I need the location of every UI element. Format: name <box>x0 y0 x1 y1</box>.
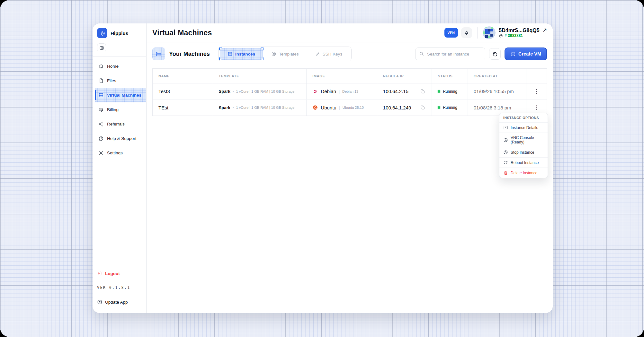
vm-image: Debian | Debian 13 <box>307 83 377 99</box>
sidebar-item-billing[interactable]: Billing <box>95 102 146 117</box>
menu-item-vnc-console[interactable]: VNC Console (Ready) <box>499 133 548 147</box>
pipe-separator: | <box>339 89 340 94</box>
sidebar-item-help-support[interactable]: Help & Support <box>95 131 146 146</box>
account-name: 5D4mrS...G8qQ5 <box>499 28 539 33</box>
ubuntu-logo-icon <box>312 105 318 110</box>
gear-icon <box>98 150 104 156</box>
image-name: Ubuntu <box>321 105 336 110</box>
row-menu-button[interactable]: ⋮ <box>531 87 542 95</box>
menu-item-label: Instance Details <box>511 125 538 130</box>
sidebar-item-virtual-machines[interactable]: Virtual Machines <box>95 88 146 102</box>
col-name: NAME <box>153 69 213 83</box>
dot-separator: • <box>233 90 234 93</box>
app-window: Hippius Home <box>93 23 553 313</box>
toolbar-actions: Create VM <box>415 48 547 60</box>
tab-label: SSH Keys <box>323 52 343 56</box>
sidebar: Hippius Home <box>93 23 147 313</box>
avatar[interactable] <box>483 26 496 39</box>
cube-icon <box>499 34 503 38</box>
tab-label: Instances <box>235 52 255 56</box>
status-label: Running <box>443 89 457 94</box>
menu-item-delete-instance[interactable]: Delete Instance <box>499 168 548 178</box>
template-name: Spark <box>219 89 230 94</box>
help-chat-icon <box>98 136 104 141</box>
file-icon <box>98 78 104 83</box>
sidebar-header: Hippius <box>93 23 146 56</box>
status-dot <box>438 90 440 93</box>
row-menu-button[interactable]: ⋮ <box>531 104 542 112</box>
image-version: Ubuntu 25.10 <box>343 106 364 109</box>
copy-icon <box>420 105 425 110</box>
version-label: VER 0.1.8.1 <box>93 281 146 294</box>
col-template: TEMPLATE <box>213 69 307 83</box>
plus-circle-icon <box>510 51 516 57</box>
collapse-sidebar-button[interactable] <box>97 43 106 52</box>
template-name: Spark <box>219 105 230 110</box>
sidebar-item-label: Referrals <box>107 122 125 126</box>
sidebar-item-label: Billing <box>107 107 119 112</box>
copy-ip-button[interactable] <box>420 105 425 110</box>
sidebar-item-home[interactable]: Home <box>95 59 146 73</box>
sidebar-footer: Logout VER 0.1.8.1 Update App <box>93 266 146 313</box>
sidebar-item-label: Files <box>107 78 116 83</box>
tab-group: Instances Templates SSH Keys <box>218 47 352 61</box>
vm-image: Ubuntu | Ubuntu 25.10 <box>307 99 377 116</box>
col-created-at: CREATED AT <box>468 69 527 83</box>
home-icon <box>98 64 104 69</box>
sidebar-item-referrals[interactable]: Referrals <box>95 117 146 131</box>
vm-status: Running <box>432 83 468 99</box>
tab-instances[interactable]: Instances <box>220 48 263 60</box>
selection-corner <box>219 57 222 60</box>
page-title: Virtual Machines <box>152 29 212 37</box>
menu-item-label: Delete Instance <box>511 171 537 175</box>
image-name: Debian <box>321 89 336 94</box>
vm-template: Spark • 1 vCore | 1 GB RAM | 10 GB Stora… <box>213 99 307 116</box>
logout-button[interactable]: Logout <box>93 266 146 281</box>
vpn-button[interactable]: VPN <box>444 28 458 38</box>
instance-options-menu: INSTANCE OPTIONS Instance Details VNC Co… <box>499 113 548 178</box>
copy-ip-button[interactable] <box>420 89 425 94</box>
sidebar-item-files[interactable]: Files <box>95 73 146 88</box>
image-version: Debian 13 <box>342 90 358 93</box>
external-link-icon[interactable]: ↗ <box>543 27 547 33</box>
update-app-button[interactable]: Update App <box>93 294 146 313</box>
share-icon <box>98 121 104 127</box>
hippius-logo-icon <box>97 28 107 38</box>
create-vm-label: Create VM <box>518 51 541 56</box>
vnc-console-icon <box>503 138 508 143</box>
menu-item-reboot-instance[interactable]: Reboot Instance <box>499 158 548 168</box>
menu-item-label: VNC Console (Ready) <box>511 135 544 144</box>
table-row[interactable]: TEst Spark • 1 vCore | 1 GB RAM | 10 GB … <box>153 99 547 116</box>
status-label: Running <box>443 105 457 110</box>
template-specs: 1 vCore | 1 GB RAM | 10 GB Storage <box>236 106 295 109</box>
tab-ssh-keys[interactable]: SSH Keys <box>307 48 350 60</box>
vm-name: TEst <box>153 99 213 116</box>
sidebar-item-settings[interactable]: Settings <box>95 146 146 160</box>
menu-item-stop-instance[interactable]: Stop Instance <box>499 147 548 158</box>
header-controls: VPN <box>444 26 547 39</box>
col-image: IMAGE <box>307 69 377 83</box>
create-vm-button[interactable]: Create VM <box>505 48 547 60</box>
col-status: STATUS <box>432 69 468 83</box>
vm-actions: ⋮ <box>526 83 547 99</box>
tab-templates[interactable]: Templates <box>264 48 307 60</box>
panel-collapse-icon <box>99 46 104 50</box>
ip-value: 100.64.2.15 <box>383 89 408 94</box>
sidebar-item-label: Home <box>107 64 119 69</box>
top-header: Virtual Machines VPN <box>147 23 553 42</box>
notifications-button[interactable] <box>461 27 472 38</box>
sidebar-item-label: Help & Support <box>107 136 137 141</box>
vm-created-at: 01/09/26 10:55 pm <box>468 83 527 99</box>
refresh-button[interactable] <box>489 48 501 60</box>
search-input[interactable] <box>415 48 485 60</box>
sidebar-nav: Home Files Virtual Machines <box>93 59 146 160</box>
brand: Hippius <box>97 28 142 38</box>
vm-template: Spark • 1 vCore | 1 GB RAM | 10 GB Stora… <box>213 83 307 99</box>
trash-icon <box>503 170 508 175</box>
menu-item-instance-details[interactable]: Instance Details <box>499 123 548 133</box>
copy-icon <box>420 89 425 94</box>
divider <box>477 27 478 39</box>
table-row[interactable]: Test3 Spark • 1 vCore | 1 GB RAM | 10 GB… <box>153 83 547 99</box>
search <box>415 48 485 60</box>
billing-icon <box>98 107 104 112</box>
